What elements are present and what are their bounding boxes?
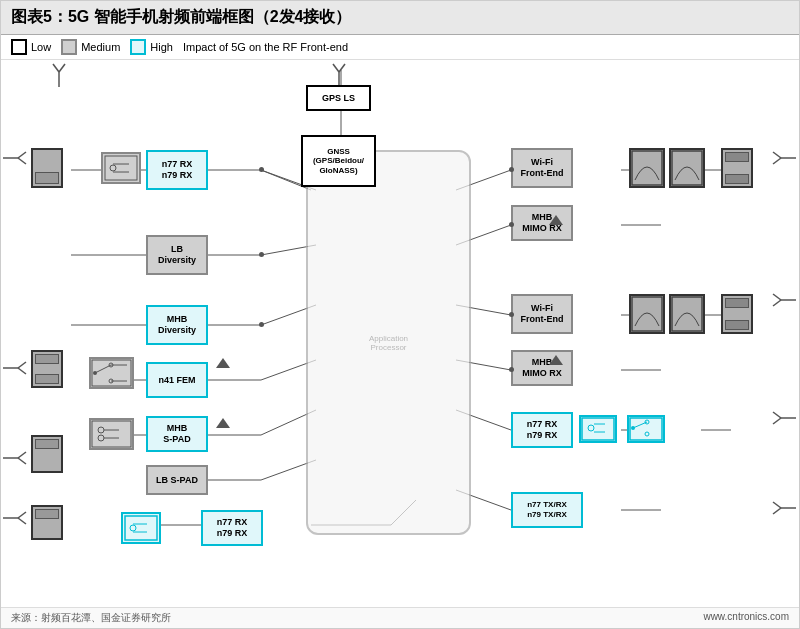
- svg-rect-94: [632, 151, 662, 185]
- antenna-top-center: [329, 62, 349, 87]
- filter-rm2: [671, 296, 703, 332]
- svg-line-79: [95, 365, 111, 373]
- switch-right-1: [579, 415, 617, 443]
- svg-line-51: [18, 152, 26, 158]
- svg-point-87: [98, 435, 104, 441]
- svg-line-73: [773, 508, 781, 514]
- antenna-left-3: [3, 448, 28, 468]
- filter-right-mid-1: [629, 294, 665, 334]
- diagram-area: ApplicationProcessor: [1, 60, 799, 607]
- svg-point-104: [631, 426, 635, 430]
- footer-website: www.cntronics.com: [703, 611, 789, 625]
- svg-point-80: [93, 371, 97, 375]
- svg-line-48: [53, 64, 59, 72]
- svg-rect-85: [92, 421, 131, 447]
- svg-line-46: [339, 64, 345, 72]
- legend-low: Low: [11, 39, 51, 55]
- antenna-top-left: [49, 62, 69, 87]
- phone-outline: ApplicationProcessor: [306, 150, 471, 535]
- filter-rm1: [631, 296, 663, 332]
- page-title: 图表5：5G 智能手机射频前端框图（2发4接收）: [11, 7, 789, 28]
- svg-point-106: [645, 432, 649, 436]
- svg-point-86: [98, 427, 104, 433]
- svg-line-72: [773, 502, 781, 508]
- legend-impact-label: Impact of 5G on the RF Front-end: [183, 41, 348, 53]
- svg-line-49: [59, 64, 65, 72]
- legend-low-box: [11, 39, 27, 55]
- mhb-mimo-rx-top-block: MHB MIMO RX: [511, 205, 573, 241]
- gnss-block: GNSS (GPS/Beidou/ GloNASS): [301, 135, 376, 187]
- filter-r2: [671, 150, 703, 186]
- switch-bottom: [121, 512, 161, 544]
- svg-line-52: [18, 158, 26, 164]
- svg-rect-96: [632, 297, 662, 331]
- switch-r1: [581, 417, 615, 441]
- header: 图表5：5G 智能手机射频前端框图（2发4接收）: [1, 1, 799, 35]
- tri-indicator-1: [216, 418, 230, 428]
- svg-point-75: [110, 165, 116, 171]
- switch-r2: [629, 417, 663, 441]
- antenna-right-2: [771, 290, 796, 310]
- page-wrapper: 图表5：5G 智能手机射频前端框图（2发4接收） Low Medium High…: [0, 0, 800, 629]
- svg-line-55: [18, 368, 26, 374]
- gps-ls-block: GPS LS: [306, 85, 371, 111]
- n77-rx-right-block: n77 RX n79 RX: [511, 412, 573, 448]
- conn-dot-5: [509, 222, 514, 227]
- svg-line-63: [773, 152, 781, 158]
- wifi-frontend-top-block: Wi-Fi Front-End: [511, 148, 573, 188]
- svg-line-54: [18, 362, 26, 368]
- tri-indicator-2: [216, 358, 230, 368]
- svg-line-66: [773, 294, 781, 300]
- antenna-right-1: [771, 148, 796, 168]
- conn-dot-2: [259, 252, 264, 257]
- antenna-left-4: [3, 508, 28, 528]
- lb-diversity-block: LB Diversity: [146, 235, 208, 275]
- switch-right-2: [627, 415, 665, 443]
- wifi-frontend-mid-block: Wi-Fi Front-End: [511, 294, 573, 334]
- svg-point-99: [588, 425, 594, 431]
- antenna-right-3: [771, 408, 796, 428]
- filter-r1: [631, 150, 663, 186]
- legend-low-label: Low: [31, 41, 51, 53]
- switch-left-3: [89, 418, 134, 450]
- svg-rect-102: [630, 418, 662, 440]
- switch-left-2: [89, 357, 134, 389]
- filter-right-2: [669, 148, 705, 188]
- svg-line-70: [773, 418, 781, 424]
- right-pa-1: [721, 148, 753, 188]
- n77-rx-top-left-block: n77 RX n79 RX: [146, 150, 208, 190]
- legend-medium: Medium: [61, 39, 120, 55]
- conn-dot-7: [509, 367, 514, 372]
- filter-symbol-1: [103, 154, 139, 182]
- switch-bottom-symbol: [123, 514, 159, 542]
- svg-line-61: [18, 518, 26, 524]
- antenna-left-2: [3, 358, 28, 378]
- filter-right-1: [629, 148, 665, 188]
- filter-left-1: [101, 152, 141, 184]
- right-pa-2: [721, 294, 753, 334]
- svg-rect-98: [582, 418, 614, 440]
- svg-rect-78: [92, 360, 131, 386]
- mhb-spad-block: MHB S-PAD: [146, 416, 208, 452]
- mhb-diversity-block: MHB Diversity: [146, 305, 208, 345]
- svg-rect-97: [672, 297, 702, 331]
- conn-dot-6: [509, 312, 514, 317]
- tri-indicator-3: [549, 215, 563, 225]
- svg-line-69: [773, 412, 781, 418]
- svg-line-60: [18, 512, 26, 518]
- svg-line-64: [773, 158, 781, 164]
- tri-indicator-4: [549, 355, 563, 365]
- footer: 来源：射频百花潭、国金证券研究所 www.cntronics.com: [1, 607, 799, 628]
- antenna-right-4: [771, 498, 796, 518]
- filter-right-mid-2: [669, 294, 705, 334]
- left-pa-2: [31, 350, 63, 388]
- legend-high-box: [130, 39, 146, 55]
- footer-source: 来源：射频百花潭、国金证券研究所: [11, 611, 171, 625]
- n77-rx-bottom-left-block: n77 RX n79 RX: [201, 510, 263, 546]
- n41-fem-block: n41 FEM: [146, 362, 208, 398]
- left-pa-3: [31, 435, 63, 473]
- conn-dot-1: [259, 167, 264, 172]
- legend-bar: Low Medium High Impact of 5G on the RF F…: [1, 35, 799, 60]
- svg-rect-95: [672, 151, 702, 185]
- svg-line-45: [333, 64, 339, 72]
